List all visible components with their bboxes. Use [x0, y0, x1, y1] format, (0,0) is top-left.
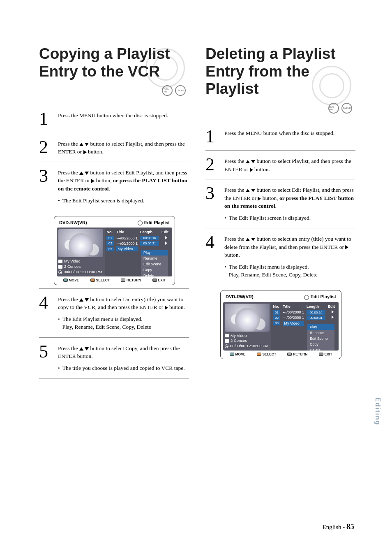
step-text: button,: [261, 195, 279, 201]
bullet-text: The title you choose is played and copie…: [62, 365, 185, 372]
bullet: • The Edit Playlist menu is displayed. P…: [224, 263, 355, 279]
step: 1 Press the MENU button when the disc is…: [39, 105, 189, 133]
key-icon: [121, 279, 125, 282]
bullet-text: The Edit Playlist menu is displayed.: [229, 264, 309, 270]
osd-meta-scenes: 2 Cences: [64, 264, 81, 269]
bullet-text: The Edit Playlist screen is displayed.: [62, 197, 144, 205]
step-text: Press the: [58, 296, 79, 302]
osd-disc-label: DVD-RW(VR): [59, 220, 87, 225]
step: 4 Press the button to select an entry (t…: [205, 228, 355, 284]
arrow-up-icon: [246, 189, 250, 192]
bullet-text: The Edit Playlist screen is displayed.: [229, 214, 311, 222]
bullet-marker: •: [224, 263, 226, 279]
osd-meta-time: 00/00/00 12:00:00 PM: [230, 344, 269, 349]
step-body: Press the button to select Playlist, and…: [224, 156, 355, 173]
arrow-down-icon: [85, 143, 89, 146]
left-column: Copying a Playlist Entry to the VCR DVD-…: [39, 45, 189, 379]
step-body: Press the MENU button when the disc is s…: [58, 111, 168, 127]
step: 3 Press the button to select Edit Playli…: [205, 179, 355, 228]
step: 2 Press the button to select Playlist, a…: [205, 151, 355, 179]
arrow-right-icon: [165, 242, 167, 245]
osd-row-length: 00:00:16: [140, 236, 159, 240]
osd-footer-exit: EXIT: [158, 278, 166, 282]
page-content: Copying a Playlist Entry to the VCR DVD-…: [39, 45, 355, 379]
osd-col-no: No.: [106, 230, 114, 234]
osd-col-title: Title: [116, 230, 138, 234]
bullet-marker: •: [58, 365, 60, 372]
popup-item: Play: [141, 250, 168, 255]
decorative-rings: [131, 49, 185, 88]
osd-footer-select: SELECT: [96, 278, 110, 282]
step-number: 3: [39, 168, 52, 205]
step: 5 Press the button to select Copy, and t…: [39, 337, 189, 379]
arrow-right-icon: [165, 306, 168, 310]
arrow-down-icon: [85, 298, 89, 302]
key-icon: [319, 353, 323, 356]
key-icon: [287, 353, 292, 356]
title-icon: [225, 334, 229, 337]
osd-row-title: ---/00/2000 1: [283, 316, 304, 320]
osd-footer-move: MOVE: [235, 352, 246, 356]
arrow-right-icon: [165, 236, 167, 239]
step-number: 4: [39, 295, 52, 331]
arrow-up-icon: [246, 160, 250, 163]
osd-row-length: [140, 248, 159, 249]
osd-popup: Play Rename Edit Scene Copy Delete: [141, 250, 168, 276]
popup-item: Rename: [307, 330, 334, 336]
osd-title: Edit Playlist: [304, 294, 336, 300]
osd-row-title: My Video: [116, 246, 138, 251]
arrow-up-icon: [246, 238, 250, 241]
arrow-up-icon: [79, 347, 83, 351]
step-text: Press the MENU button when the disc is s…: [224, 130, 334, 136]
step-number: 4: [205, 234, 219, 279]
popup-item: Play: [307, 324, 334, 330]
osd-row-edit: [328, 316, 337, 320]
step-number: 1: [39, 111, 52, 127]
osd-footer-return: RETURN: [127, 278, 141, 282]
popup-item: Copy: [307, 341, 334, 347]
step-text: button.: [224, 252, 240, 258]
popup-item: Rename: [141, 255, 168, 261]
osd-row-length: 00:00:31: [140, 241, 159, 246]
step-body: Press the button to select Edit Playlist…: [58, 168, 189, 205]
popup-item: Edit Scene: [307, 336, 334, 341]
osd-screenshot: DVD-RW(VR) Edit Playlist My Video 2 Cenc…: [220, 290, 341, 359]
arrow-right-icon: [332, 310, 334, 313]
step-text: button.: [168, 304, 185, 310]
osd-col-length: Length: [307, 304, 325, 309]
bullet-marker: •: [58, 197, 60, 205]
footer-sep: -: [341, 524, 347, 530]
osd-row-edit: [161, 236, 171, 240]
right-column: Deleting a Playlist Entry from the Playl…: [205, 45, 355, 379]
popup-item: Copy: [141, 267, 168, 273]
step-body: Press the button to select Copy, and the…: [58, 344, 189, 372]
popup-item: Delete: [307, 347, 334, 351]
key-icon: [257, 353, 261, 356]
side-tab: Editing: [374, 397, 381, 425]
scenes-icon: [58, 265, 62, 269]
footer-lang: English: [323, 524, 341, 530]
bullet-marker: •: [58, 316, 60, 331]
osd-popup: Play Rename Edit Scene Copy Delete: [307, 324, 334, 351]
osd-thumbnail: [58, 229, 103, 257]
step-number: 3: [205, 185, 219, 222]
step-text: Press the: [58, 170, 79, 176]
bullet-marker: •: [224, 214, 226, 222]
page-number: 85: [346, 522, 354, 531]
osd-row-edit: [161, 242, 171, 246]
arrow-right-icon: [250, 168, 253, 172]
step-number: 2: [39, 139, 52, 156]
page-footer: English - 85: [323, 522, 354, 531]
osd-row-length: [307, 323, 325, 324]
bullet: • The Edit Playlist menu is displayed. P…: [58, 316, 189, 331]
osd-meta-time: 00/00/00 12:00:00 PM: [64, 269, 102, 275]
step: 4 Press the button to select an entry(ti…: [39, 289, 189, 337]
osd-disc-label: DVD-RW(VR): [226, 294, 254, 300]
osd-row-title: ---/00/2000 1: [283, 310, 304, 314]
left-heading: Copying a Playlist Entry to the VCR: [39, 45, 189, 80]
arrow-down-icon: [85, 347, 89, 351]
arrow-right-icon: [83, 150, 87, 154]
osd-col-edit: Edit: [328, 304, 337, 309]
step-body: Press the button to select Edit Playlist…: [224, 185, 355, 222]
step-body: Press the button to select an entry(titl…: [58, 295, 189, 331]
